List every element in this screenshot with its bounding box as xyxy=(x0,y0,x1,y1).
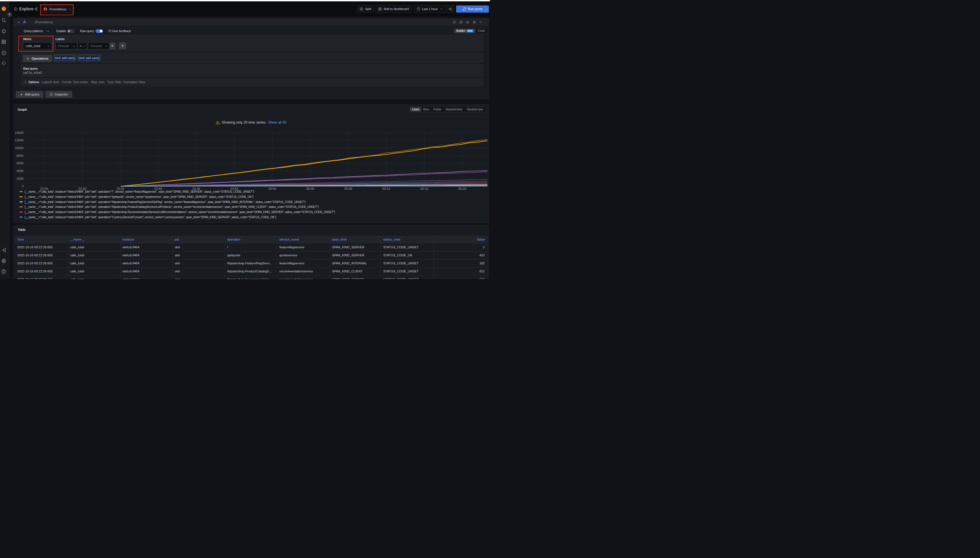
svg-text:6000: 6000 xyxy=(16,161,23,165)
svg-text:10000: 10000 xyxy=(15,146,23,150)
svg-text:00:05: 00:05 xyxy=(344,187,352,190)
svg-text:14000: 14000 xyxy=(15,131,23,135)
svg-text:4000: 4000 xyxy=(16,169,23,172)
svg-text:23:55: 23:55 xyxy=(268,187,276,190)
svg-text:00:20: 00:20 xyxy=(459,187,467,190)
svg-text:00:10: 00:10 xyxy=(382,187,390,190)
svg-text:2000: 2000 xyxy=(16,177,23,181)
svg-text:8000: 8000 xyxy=(16,154,23,158)
svg-text:12000: 12000 xyxy=(15,138,23,142)
svg-text:00:15: 00:15 xyxy=(420,187,428,190)
svg-text:00:00: 00:00 xyxy=(306,187,314,190)
svg-text:0: 0 xyxy=(22,184,23,188)
